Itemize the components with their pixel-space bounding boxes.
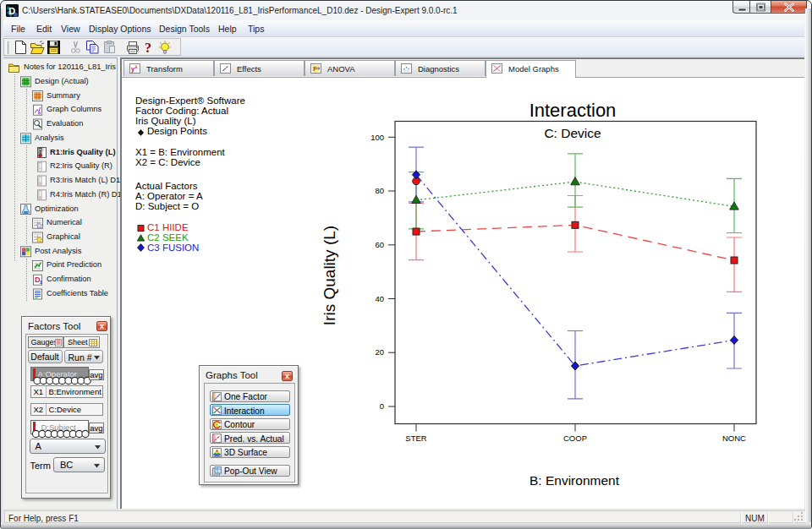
svg-text:COOP: COOP [563,434,587,443]
svg-text:100: 100 [370,133,384,142]
svg-text:C: Device: C: Device [544,126,601,140]
svg-text:Interaction: Interaction [529,100,617,121]
svg-text:20: 20 [375,347,384,357]
svg-text:NONC: NONC [722,434,746,443]
svg-text:40: 40 [375,294,384,303]
svg-text:Iris Quality (L): Iris Quality (L) [321,226,338,325]
svg-text:B: Environment: B: Environment [529,473,620,488]
svg-text:80: 80 [375,186,384,195]
svg-text:STER: STER [405,434,426,443]
svg-text:0: 0 [380,401,384,411]
svg-text:60: 60 [375,240,384,249]
